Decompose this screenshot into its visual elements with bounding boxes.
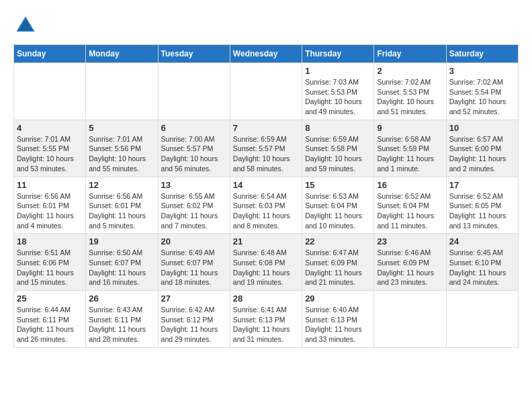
day-number: 28 bbox=[233, 293, 299, 304]
day-number: 20 bbox=[161, 236, 227, 246]
column-header-tuesday: Tuesday bbox=[158, 45, 230, 63]
day-cell: 26Sunrise: 6:43 AMSunset: 6:11 PMDayligh… bbox=[86, 291, 158, 348]
day-cell: 12Sunrise: 6:56 AMSunset: 6:01 PMDayligh… bbox=[86, 177, 158, 234]
day-cell: 21Sunrise: 6:48 AMSunset: 6:08 PMDayligh… bbox=[230, 234, 302, 291]
day-number: 22 bbox=[305, 236, 371, 246]
day-cell bbox=[14, 63, 86, 120]
day-number: 19 bbox=[89, 236, 154, 246]
day-cell: 18Sunrise: 6:51 AMSunset: 6:06 PMDayligh… bbox=[14, 234, 86, 291]
day-cell bbox=[374, 291, 446, 348]
day-number: 4 bbox=[17, 123, 83, 133]
column-header-sunday: Sunday bbox=[14, 45, 86, 63]
day-number: 2 bbox=[377, 66, 443, 76]
page-header bbox=[13, 13, 519, 38]
day-info: Sunrise: 7:02 AMSunset: 5:54 PMDaylight:… bbox=[449, 77, 515, 117]
day-number: 1 bbox=[305, 66, 371, 76]
calendar: SundayMondayTuesdayWednesdayThursdayFrid… bbox=[13, 44, 519, 348]
day-cell: 14Sunrise: 6:54 AMSunset: 6:03 PMDayligh… bbox=[230, 177, 302, 234]
day-cell: 13Sunrise: 6:55 AMSunset: 6:02 PMDayligh… bbox=[158, 177, 230, 234]
day-cell: 25Sunrise: 6:44 AMSunset: 6:11 PMDayligh… bbox=[14, 291, 86, 348]
day-cell: 11Sunrise: 6:56 AMSunset: 6:01 PMDayligh… bbox=[14, 177, 86, 234]
day-info: Sunrise: 6:59 AMSunset: 5:58 PMDaylight:… bbox=[305, 134, 371, 174]
day-number: 29 bbox=[305, 293, 371, 304]
day-info: Sunrise: 6:51 AMSunset: 6:06 PMDaylight:… bbox=[17, 248, 83, 287]
day-cell: 28Sunrise: 6:41 AMSunset: 6:13 PMDayligh… bbox=[230, 291, 302, 348]
day-cell: 1Sunrise: 7:03 AMSunset: 5:53 PMDaylight… bbox=[302, 63, 374, 120]
day-cell: 5Sunrise: 7:01 AMSunset: 5:56 PMDaylight… bbox=[86, 120, 158, 177]
day-cell: 4Sunrise: 7:01 AMSunset: 5:55 PMDaylight… bbox=[14, 120, 86, 177]
day-cell: 6Sunrise: 7:00 AMSunset: 5:57 PMDaylight… bbox=[158, 120, 230, 177]
day-cell: 22Sunrise: 6:47 AMSunset: 6:09 PMDayligh… bbox=[302, 234, 374, 291]
day-info: Sunrise: 6:46 AMSunset: 6:09 PMDaylight:… bbox=[377, 248, 443, 287]
day-cell: 8Sunrise: 6:59 AMSunset: 5:58 PMDaylight… bbox=[302, 120, 374, 177]
day-number: 25 bbox=[17, 293, 83, 304]
calendar-header-row: SundayMondayTuesdayWednesdayThursdayFrid… bbox=[14, 45, 519, 63]
day-info: Sunrise: 6:59 AMSunset: 5:57 PMDaylight:… bbox=[233, 134, 299, 174]
day-cell bbox=[446, 291, 518, 348]
day-number: 12 bbox=[89, 180, 154, 190]
day-info: Sunrise: 7:01 AMSunset: 5:55 PMDaylight:… bbox=[17, 134, 83, 174]
day-info: Sunrise: 6:55 AMSunset: 6:02 PMDaylight:… bbox=[161, 191, 227, 231]
day-cell bbox=[230, 63, 302, 120]
week-row-1: 1Sunrise: 7:03 AMSunset: 5:53 PMDaylight… bbox=[14, 63, 519, 120]
day-cell bbox=[86, 63, 158, 120]
day-cell: 27Sunrise: 6:42 AMSunset: 6:12 PMDayligh… bbox=[158, 291, 230, 348]
day-number: 18 bbox=[17, 236, 83, 246]
week-row-2: 4Sunrise: 7:01 AMSunset: 5:55 PMDaylight… bbox=[14, 120, 519, 177]
day-cell: 10Sunrise: 6:57 AMSunset: 6:00 PMDayligh… bbox=[446, 120, 518, 177]
day-number: 3 bbox=[449, 66, 515, 76]
day-info: Sunrise: 6:50 AMSunset: 6:07 PMDaylight:… bbox=[89, 248, 154, 287]
day-info: Sunrise: 7:03 AMSunset: 5:53 PMDaylight:… bbox=[305, 77, 371, 117]
day-cell: 16Sunrise: 6:52 AMSunset: 6:04 PMDayligh… bbox=[374, 177, 446, 234]
day-number: 16 bbox=[377, 180, 443, 190]
day-info: Sunrise: 6:44 AMSunset: 6:11 PMDaylight:… bbox=[17, 305, 83, 345]
day-info: Sunrise: 6:47 AMSunset: 6:09 PMDaylight:… bbox=[305, 248, 371, 287]
column-header-monday: Monday bbox=[86, 45, 158, 63]
day-cell bbox=[158, 63, 230, 120]
day-number: 13 bbox=[161, 180, 227, 190]
day-cell: 9Sunrise: 6:58 AMSunset: 5:59 PMDaylight… bbox=[374, 120, 446, 177]
day-number: 10 bbox=[449, 123, 515, 133]
day-number: 26 bbox=[89, 293, 154, 304]
day-info: Sunrise: 6:53 AMSunset: 6:04 PMDaylight:… bbox=[305, 191, 371, 231]
day-info: Sunrise: 6:56 AMSunset: 6:01 PMDaylight:… bbox=[89, 191, 154, 231]
day-number: 23 bbox=[377, 236, 443, 246]
day-info: Sunrise: 7:01 AMSunset: 5:56 PMDaylight:… bbox=[89, 134, 154, 174]
column-header-friday: Friday bbox=[374, 45, 446, 63]
day-info: Sunrise: 6:48 AMSunset: 6:08 PMDaylight:… bbox=[233, 248, 299, 287]
day-number: 8 bbox=[305, 123, 371, 133]
day-cell: 3Sunrise: 7:02 AMSunset: 5:54 PMDaylight… bbox=[446, 63, 518, 120]
day-number: 24 bbox=[449, 236, 515, 246]
day-info: Sunrise: 6:45 AMSunset: 6:10 PMDaylight:… bbox=[449, 248, 515, 287]
day-cell: 23Sunrise: 6:46 AMSunset: 6:09 PMDayligh… bbox=[374, 234, 446, 291]
column-header-saturday: Saturday bbox=[446, 45, 518, 63]
day-number: 6 bbox=[161, 123, 227, 133]
day-info: Sunrise: 6:52 AMSunset: 6:05 PMDaylight:… bbox=[449, 191, 515, 231]
day-info: Sunrise: 6:54 AMSunset: 6:03 PMDaylight:… bbox=[233, 191, 299, 231]
column-header-thursday: Thursday bbox=[302, 45, 374, 63]
day-number: 9 bbox=[377, 123, 443, 133]
day-cell: 24Sunrise: 6:45 AMSunset: 6:10 PMDayligh… bbox=[446, 234, 518, 291]
day-number: 11 bbox=[17, 180, 83, 190]
day-info: Sunrise: 6:49 AMSunset: 6:07 PMDaylight:… bbox=[161, 248, 227, 287]
column-header-wednesday: Wednesday bbox=[230, 45, 302, 63]
week-row-5: 25Sunrise: 6:44 AMSunset: 6:11 PMDayligh… bbox=[14, 291, 519, 348]
day-info: Sunrise: 7:00 AMSunset: 5:57 PMDaylight:… bbox=[161, 134, 227, 174]
day-info: Sunrise: 6:52 AMSunset: 6:04 PMDaylight:… bbox=[377, 191, 443, 231]
day-number: 14 bbox=[233, 180, 299, 190]
day-info: Sunrise: 6:41 AMSunset: 6:13 PMDaylight:… bbox=[233, 305, 299, 345]
day-number: 17 bbox=[449, 180, 515, 190]
day-number: 27 bbox=[161, 293, 227, 304]
day-number: 15 bbox=[305, 180, 371, 190]
day-info: Sunrise: 7:02 AMSunset: 5:53 PMDaylight:… bbox=[377, 77, 443, 117]
day-info: Sunrise: 6:40 AMSunset: 6:13 PMDaylight:… bbox=[305, 305, 371, 345]
day-info: Sunrise: 6:58 AMSunset: 5:59 PMDaylight:… bbox=[377, 134, 443, 174]
day-cell: 20Sunrise: 6:49 AMSunset: 6:07 PMDayligh… bbox=[158, 234, 230, 291]
logo bbox=[13, 13, 40, 38]
week-row-3: 11Sunrise: 6:56 AMSunset: 6:01 PMDayligh… bbox=[14, 177, 519, 234]
day-cell: 15Sunrise: 6:53 AMSunset: 6:04 PMDayligh… bbox=[302, 177, 374, 234]
day-info: Sunrise: 6:57 AMSunset: 6:00 PMDaylight:… bbox=[449, 134, 515, 174]
day-cell: 19Sunrise: 6:50 AMSunset: 6:07 PMDayligh… bbox=[86, 234, 158, 291]
day-cell: 17Sunrise: 6:52 AMSunset: 6:05 PMDayligh… bbox=[446, 177, 518, 234]
day-info: Sunrise: 6:56 AMSunset: 6:01 PMDaylight:… bbox=[17, 191, 83, 231]
